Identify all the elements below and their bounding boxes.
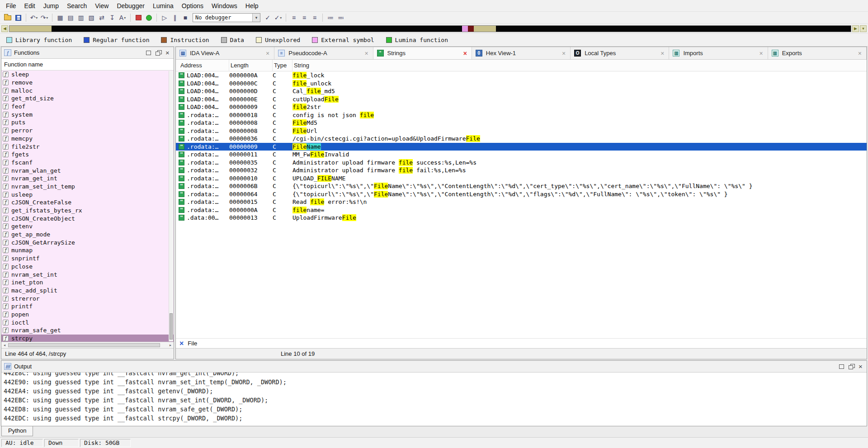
close-icon[interactable]: × <box>163 49 172 57</box>
pause-process-icon[interactable]: ∥ <box>170 13 180 23</box>
cross-references-icon[interactable]: ⇄ <box>97 13 107 23</box>
function-row[interactable]: ƒmac_add_split <box>1 287 174 295</box>
function-row[interactable]: ƒgetenv <box>1 222 174 231</box>
function-row[interactable]: ƒfgets <box>1 151 174 159</box>
column-header-string[interactable]: String <box>292 60 867 71</box>
ascii-search-icon[interactable]: A▾ <box>118 13 127 23</box>
menu-windows[interactable]: Windows <box>208 0 241 11</box>
jump-by-name-icon[interactable]: ▤ <box>66 13 75 23</box>
tab-close-icon[interactable]: × <box>759 50 764 57</box>
open-segments-window-icon[interactable]: ≡ <box>289 13 299 23</box>
navigation-band[interactable] <box>9 25 851 32</box>
string-row[interactable]: ".rodata:…00000010CUPLOAD_FILENAME <box>176 174 867 183</box>
string-row[interactable]: ".rodata:…00000011CMM_FwFileInvalid <box>176 151 867 159</box>
function-row[interactable]: ƒmemcpy <box>1 135 174 143</box>
function-row[interactable]: ƒnvram_set_int_temp <box>1 183 174 191</box>
navigate-back-icon[interactable]: ↶▾ <box>29 13 39 23</box>
function-row[interactable]: ƒnvram_safe_get <box>1 326 174 335</box>
scroll-right-arrow-icon[interactable]: ▸ <box>167 342 174 348</box>
minimize-icon[interactable] <box>144 49 153 57</box>
string-row[interactable]: ".rodata:…00000008CFileMd5 <box>176 119 867 127</box>
save-file-icon[interactable] <box>13 13 23 23</box>
jump-to-address-icon[interactable]: ▦ <box>55 13 65 23</box>
tab-strings[interactable]: "Strings× <box>373 47 472 59</box>
string-row[interactable]: ".rodata:…00000009CFileName <box>176 143 867 151</box>
string-row[interactable]: ".rodata:…0000000ACfilename= <box>176 206 867 214</box>
function-row[interactable]: ƒprintf <box>1 302 174 311</box>
jump-to-segment-icon[interactable]: ▥ <box>76 13 86 23</box>
scroll-left-arrow-icon[interactable]: ◂ <box>1 342 8 348</box>
horizontal-scroll-thumb[interactable] <box>8 343 160 347</box>
string-row[interactable]: "LOAD:004…0000000ACfile_lock <box>176 71 867 80</box>
function-row[interactable]: ƒfeof <box>1 103 174 111</box>
tab-close-icon[interactable]: × <box>660 50 665 57</box>
function-row[interactable]: ƒputs <box>1 118 174 127</box>
function-row[interactable]: ƒstrcpy <box>1 335 174 342</box>
enable-tracing-icon[interactable]: ✓ <box>263 13 273 23</box>
output-content[interactable]: 442E8C: using guessed type int __fastcal… <box>1 373 867 426</box>
open-file-icon[interactable] <box>3 13 13 23</box>
string-row[interactable]: "LOAD:004…0000000CCfile_unlock <box>176 80 867 88</box>
continue-process-icon[interactable]: ▷ <box>160 13 170 23</box>
function-row[interactable]: ƒpopen <box>1 311 174 319</box>
open-names-window-icon[interactable]: ≡ <box>299 13 309 23</box>
navigate-forward-icon[interactable]: ↷▾ <box>39 13 49 23</box>
start-process-icon[interactable] <box>144 13 154 23</box>
function-row[interactable]: ƒmunmap <box>1 246 174 255</box>
close-icon[interactable]: × <box>856 363 865 370</box>
open-structures-window-icon[interactable]: ≔ <box>326 13 335 23</box>
tab-close-icon[interactable]: × <box>363 50 369 57</box>
string-row[interactable]: ".rodata:…0000006BC{\"topicurl\":\"%s\",… <box>176 182 867 190</box>
function-row[interactable]: ƒnvram_get_int <box>1 174 174 183</box>
cancel-analysis-icon[interactable] <box>133 13 143 23</box>
function-row[interactable]: ƒcJSON_CreateObject <box>1 214 174 222</box>
string-row[interactable]: ".rodata:…00000008CFileUrl <box>176 127 867 135</box>
string-row[interactable]: "LOAD:004…0000000DCCal_file_md5 <box>176 87 867 95</box>
jump-to-function-icon[interactable]: ↧ <box>107 13 117 23</box>
string-row[interactable]: ".rodata:…00000035CAdministrator upload … <box>176 159 867 167</box>
string-row[interactable]: ".rodata:…00000032CAdministrator upload … <box>176 166 867 174</box>
open-enums-window-icon[interactable]: ≕ <box>336 13 346 23</box>
minimize-icon[interactable] <box>837 363 846 370</box>
menu-view[interactable]: View <box>91 0 113 11</box>
tab-close-icon[interactable]: × <box>561 50 566 57</box>
function-row[interactable]: ƒstrerror <box>1 294 174 302</box>
navband-scroll-right-button[interactable]: ▶ <box>852 25 859 32</box>
function-row[interactable]: ƒget_ap_mode <box>1 231 174 239</box>
tracing-options-icon[interactable]: ✓▾ <box>273 13 283 23</box>
tab-close-icon[interactable]: × <box>857 50 863 57</box>
clear-filter-icon[interactable]: × <box>179 340 184 347</box>
string-row[interactable]: ".rodata:…00000036C/cgi-bin/cstecgi.cgi?… <box>176 135 867 143</box>
function-row[interactable]: ƒmalloc <box>1 86 174 94</box>
navband-menu-button[interactable]: ▾ <box>860 25 867 32</box>
function-row[interactable]: ƒioctl <box>1 318 174 326</box>
function-row[interactable]: ƒcJSON_GetArraySize <box>1 238 174 246</box>
open-functions-window-icon[interactable]: ≡ <box>310 13 320 23</box>
tab-exports[interactable]: ▥Exports× <box>768 47 867 59</box>
function-row[interactable]: ƒremove <box>1 79 174 87</box>
function-row[interactable]: ƒget_mtd_size <box>1 94 174 103</box>
tab-ida-view-a[interactable]: ▤IDA View-A× <box>176 47 274 59</box>
function-row[interactable]: ƒcJSON_CreateFalse <box>1 198 174 207</box>
function-row[interactable]: ƒfile2str <box>1 142 174 151</box>
function-row[interactable]: ƒget_ifstats_bytes_rx <box>1 207 174 215</box>
menu-file[interactable]: File <box>2 0 20 11</box>
tab-close-icon[interactable]: × <box>462 50 468 57</box>
function-row[interactable]: ƒsleep <box>1 71 174 79</box>
tab-local-types[interactable]: OLocal Types× <box>571 47 669 59</box>
navband-scroll-left-button[interactable]: ◀ <box>1 25 8 32</box>
vertical-scroll-thumb[interactable] <box>170 313 173 340</box>
function-row[interactable]: ƒnvram_wlan_get <box>1 166 174 174</box>
column-header-type[interactable]: Type <box>273 60 292 71</box>
string-row[interactable]: ".rodata:…00000015CRead file error:%s!\n <box>176 198 867 206</box>
function-row[interactable]: ƒfscanf <box>1 159 174 167</box>
menu-help[interactable]: Help <box>241 0 263 11</box>
menu-jump[interactable]: Jump <box>39 0 63 11</box>
function-row[interactable]: ƒsnprintf <box>1 255 174 263</box>
menu-search[interactable]: Search <box>63 0 91 11</box>
tab-python[interactable]: Python <box>1 426 33 436</box>
column-header-address[interactable]: Address <box>176 60 229 71</box>
menu-lumina[interactable]: Lumina <box>149 0 178 11</box>
function-row[interactable]: ƒinet_pton <box>1 278 174 287</box>
functions-column-header[interactable]: Function name <box>1 59 174 71</box>
